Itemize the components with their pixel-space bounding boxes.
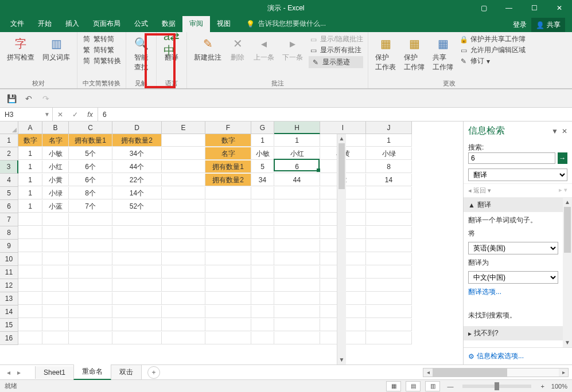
- name-box-dropdown-icon[interactable]: ▼: [44, 111, 50, 117]
- cell-B11[interactable]: [42, 266, 69, 279]
- row-header-3[interactable]: 3: [0, 160, 18, 174]
- cell-E7[interactable]: [162, 213, 205, 226]
- show-all-comments-button[interactable]: ▭显示所有批注: [309, 45, 363, 55]
- cell-E4[interactable]: [162, 174, 205, 186]
- cell-B16[interactable]: [42, 332, 69, 344]
- cell-C1[interactable]: 拥有数量1: [69, 134, 112, 147]
- spreadsheet-grid[interactable]: ABCDEFGHIJ1数字名字拥有数量1拥有数量2数字111121小敏5个34个…: [0, 121, 463, 345]
- col-header-D[interactable]: D: [112, 121, 162, 134]
- cell-H7[interactable]: [274, 213, 320, 226]
- cell-J15[interactable]: [366, 319, 412, 331]
- cell-C3[interactable]: 6个: [69, 160, 112, 173]
- cell-J8[interactable]: [366, 226, 412, 239]
- cell-H13[interactable]: [274, 292, 320, 305]
- cell-J4[interactable]: 14: [366, 174, 412, 186]
- cell-G13[interactable]: [251, 292, 274, 305]
- view-pagelayout-button[interactable]: ▤: [406, 381, 421, 391]
- cell-E6[interactable]: [162, 200, 205, 213]
- translate-section-header[interactable]: ▲ 翻译: [464, 198, 563, 212]
- cell-H15[interactable]: [274, 319, 320, 331]
- cell-C6[interactable]: 7个: [69, 200, 112, 213]
- cell-H1[interactable]: 1: [274, 134, 320, 147]
- cell-D15[interactable]: [112, 319, 162, 331]
- ribbon-options-icon[interactable]: ▢: [471, 0, 496, 16]
- cant-find-header[interactable]: ▸ 找不到?: [464, 326, 563, 340]
- cell-D14[interactable]: [112, 305, 162, 318]
- row-header-15[interactable]: 15: [0, 319, 18, 332]
- cell-F10[interactable]: [205, 253, 251, 265]
- protect-workbook-button[interactable]: ▦ 保护 工作簿: [402, 34, 427, 73]
- cell-D7[interactable]: [112, 213, 162, 226]
- cell-A11[interactable]: [18, 266, 42, 279]
- cell-F13[interactable]: [205, 292, 251, 305]
- translate-options-link[interactable]: 翻译选项...: [468, 287, 558, 297]
- fx-button[interactable]: fx: [83, 111, 98, 119]
- cell-F14[interactable]: [205, 305, 251, 318]
- cell-H2[interactable]: 小红: [274, 147, 320, 160]
- cell-D2[interactable]: 34个: [112, 147, 162, 160]
- sheet-tab-2[interactable]: 双击: [111, 365, 142, 379]
- translate-button[interactable]: a⇄中 翻译: [161, 34, 182, 64]
- new-comment-button[interactable]: ✎ 新建批注: [192, 34, 224, 64]
- cell-G5[interactable]: [251, 187, 274, 199]
- row-header-16[interactable]: 16: [0, 332, 18, 345]
- view-normal-button[interactable]: ▦: [386, 381, 401, 391]
- cell-B13[interactable]: [42, 292, 69, 305]
- cell-G11[interactable]: [251, 266, 274, 279]
- tab-insert[interactable]: 插入: [59, 15, 86, 32]
- cell-A2[interactable]: 1: [18, 147, 42, 160]
- zoom-out-button[interactable]: —: [445, 383, 456, 390]
- close-button[interactable]: ✕: [547, 0, 572, 16]
- row-header-4[interactable]: 4: [0, 174, 18, 187]
- cell-A1[interactable]: 数字: [18, 134, 42, 147]
- cell-F5[interactable]: [205, 187, 251, 199]
- pane-scroll-down[interactable]: ▼: [563, 338, 572, 347]
- cell-H16[interactable]: [274, 332, 320, 344]
- cell-A14[interactable]: [18, 305, 42, 318]
- cell-J13[interactable]: [366, 292, 412, 305]
- cell-D4[interactable]: 22个: [112, 174, 162, 186]
- cell-A12[interactable]: [18, 279, 42, 292]
- cell-C11[interactable]: [69, 266, 112, 279]
- cell-B1[interactable]: 名字: [42, 134, 69, 147]
- spell-check-button[interactable]: 字 拼写检查: [5, 34, 37, 64]
- cell-C9[interactable]: [69, 240, 112, 252]
- cell-F7[interactable]: [205, 213, 251, 226]
- from-lang-select[interactable]: 英语(美国): [468, 242, 558, 254]
- minimize-button[interactable]: —: [496, 0, 522, 16]
- pane-scroll-up[interactable]: ▲: [563, 198, 572, 207]
- zoom-knob[interactable]: [495, 382, 499, 390]
- cell-A16[interactable]: [18, 332, 42, 344]
- cell-D11[interactable]: [112, 266, 162, 279]
- view-pagebreak-button[interactable]: ▥: [425, 381, 440, 391]
- cell-D5[interactable]: 14个: [112, 187, 162, 199]
- pane-vertical-scrollbar[interactable]: ▲ ▼: [563, 198, 572, 347]
- cell-J14[interactable]: [366, 305, 412, 318]
- cell-D8[interactable]: [112, 226, 162, 239]
- cell-E16[interactable]: [162, 332, 205, 344]
- row-header-8[interactable]: 8: [0, 226, 18, 240]
- cell-G8[interactable]: [251, 226, 274, 239]
- cell-H5[interactable]: [274, 187, 320, 199]
- row-header-5[interactable]: 5: [0, 187, 18, 200]
- prev-comment-button[interactable]: ◂ 上一条: [251, 34, 277, 64]
- cell-C4[interactable]: 6个: [69, 174, 112, 186]
- cell-J12[interactable]: [366, 279, 412, 292]
- cell-G4[interactable]: 34: [251, 174, 274, 186]
- cell-F11[interactable]: [205, 266, 251, 279]
- zoom-level[interactable]: 100%: [551, 383, 567, 390]
- cell-E2[interactable]: [162, 147, 205, 160]
- tab-view[interactable]: 视图: [210, 15, 238, 32]
- cell-J7[interactable]: [366, 213, 412, 226]
- col-header-I[interactable]: I: [320, 121, 366, 134]
- sheet-tab-0[interactable]: Sheet1: [35, 366, 74, 379]
- cell-A9[interactable]: [18, 240, 42, 252]
- cell-A13[interactable]: [18, 292, 42, 305]
- name-box[interactable]: H3 ▼: [0, 108, 53, 121]
- cell-B8[interactable]: [42, 226, 69, 239]
- cell-C8[interactable]: [69, 226, 112, 239]
- tab-nav-prev[interactable]: ◂: [3, 369, 14, 377]
- cell-B4[interactable]: 小黄: [42, 174, 69, 186]
- next-comment-button[interactable]: ▸ 下一条: [280, 34, 305, 64]
- redo-button[interactable]: ↷: [41, 94, 50, 103]
